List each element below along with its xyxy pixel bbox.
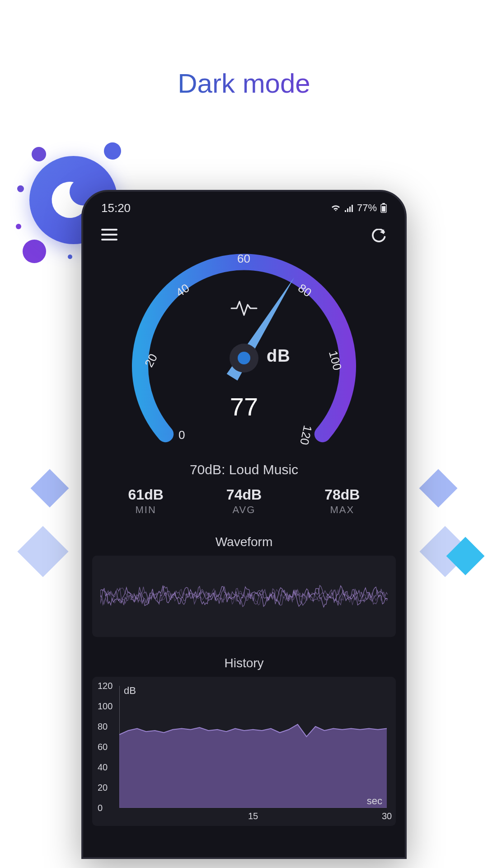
history-x-tick: 30 [382,811,392,821]
waveform-panel [92,556,396,637]
battery-icon [380,203,387,213]
history-y-unit: dB [124,685,136,697]
phone-frame: 15:20 77% [81,190,407,859]
history-y-tick: 120 [98,681,113,691]
history-x-tick: 15 [248,811,258,821]
stat-min-label: MIN [128,504,164,516]
stat-min: 61dB MIN [128,486,164,516]
gauge-tick: 0 [178,428,185,442]
history-y-tick: 20 [98,783,108,793]
stat-avg: 74dB AVG [226,486,262,516]
stat-max-label: MAX [324,504,360,516]
stat-min-value: 61dB [128,486,164,503]
stat-avg-label: AVG [226,504,262,516]
status-bar: 15:20 77% [83,200,405,216]
menu-button[interactable] [101,229,117,245]
stat-max: 78dB MAX [324,486,360,516]
gauge-tick: 60 [237,252,250,266]
page-title: Dark mode [178,68,310,99]
waveform-chart [100,564,388,629]
wifi-icon [331,204,341,212]
db-gauge: dB 77 0 20 40 60 80 100 120 [117,222,371,476]
history-y-tick: 40 [98,762,108,773]
pulse-icon [230,299,258,317]
svg-point-5 [238,352,250,364]
bg-diamond [31,469,69,508]
svg-rect-1 [382,203,385,204]
gauge-unit: dB [267,346,291,366]
bg-diamond [419,469,458,508]
gauge-value: 77 [230,392,258,421]
svg-rect-2 [382,206,385,212]
history-y-tick: 0 [98,803,103,813]
history-chart [119,686,387,808]
stat-avg-value: 74dB [226,486,262,503]
status-battery: 77% [357,202,377,214]
status-time: 15:20 [101,201,131,215]
refresh-icon [371,229,387,245]
bg-diamond [17,526,68,577]
signal-icon [344,204,353,212]
history-y-tick: 100 [98,701,113,712]
waveform-title: Waveform [83,535,405,549]
history-title: History [83,656,405,670]
stat-max-value: 78dB [324,486,360,503]
history-x-unit: sec [367,795,382,807]
history-y-tick: 80 [98,722,108,732]
history-y-tick: 60 [98,742,108,752]
refresh-button[interactable] [371,229,387,245]
stats-row: 61dB MIN 74dB AVG 78dB MAX [83,477,405,516]
history-panel: dB sec 020406080100120 1530 [92,677,396,826]
status-indicators: 77% [331,202,387,214]
